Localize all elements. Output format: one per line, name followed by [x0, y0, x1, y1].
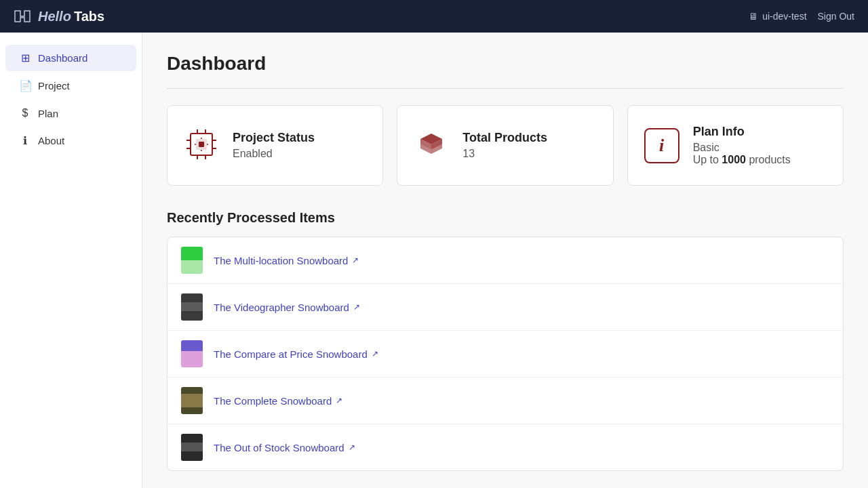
circuit-icon — [184, 127, 219, 162]
recently-processed-section: Recently Processed Items The Multi-locat… — [167, 210, 844, 471]
item-label-multiloc: The Multi-location Snowboard — [214, 255, 348, 266]
plan-limit-bold: 1000 — [722, 154, 746, 165]
dashboard-icon: ⊞ — [19, 52, 31, 64]
list-item[interactable]: The Out of Stock Snowboard ↗ — [167, 424, 843, 470]
logo-icon — [14, 9, 33, 23]
external-link-icon: ↗ — [352, 256, 359, 265]
info-box-icon: i — [644, 128, 679, 163]
title-divider — [167, 88, 844, 89]
user-icon: 🖥 — [749, 11, 758, 22]
circuit-icon-wrap — [184, 127, 219, 165]
plan-limit-prefix: Up to — [693, 154, 722, 165]
item-label-complete: The Complete Snowboard — [214, 395, 332, 407]
about-icon: ℹ — [19, 134, 31, 147]
external-link-icon: ↗ — [372, 349, 378, 359]
plan-info-card: i Plan Info Basic Up to 1000 products — [627, 105, 844, 186]
info-icon-wrap: i — [644, 128, 679, 163]
external-link-icon: ↗ — [336, 396, 342, 405]
stats-row: Project Status Enabled Total Produc — [167, 105, 844, 186]
item-link-video[interactable]: The Videographer Snowboard ↗ — [214, 302, 360, 313]
external-link-icon: ↗ — [349, 443, 355, 452]
items-list-wrap: The Multi-location Snowboard ↗ The Video… — [167, 237, 844, 471]
project-icon: 📄 — [19, 79, 31, 92]
total-products-text: Total Products 13 — [462, 131, 547, 160]
page-title: Dashboard — [167, 53, 844, 75]
sidebar: ⊞ Dashboard 📄 Project $ Plan ℹ About — [0, 33, 142, 488]
project-status-text: Project Status Enabled — [233, 131, 315, 160]
recently-processed-title: Recently Processed Items — [167, 210, 844, 226]
app-logo: HelloTabs — [14, 9, 104, 24]
item-thumb-complete — [181, 387, 203, 414]
item-thumb-outofstock — [181, 434, 203, 461]
sidebar-label-plan: Plan — [38, 108, 58, 119]
sidebar-item-project[interactable]: 📄 Project — [5, 73, 136, 99]
list-item[interactable]: The Compare at Price Snowboard ↗ — [167, 331, 843, 378]
plan-info-label: Plan Info — [693, 125, 791, 139]
sidebar-label-about: About — [38, 135, 64, 146]
item-label-compare: The Compare at Price Snowboard — [214, 348, 368, 360]
box-dropbox-icon — [414, 127, 449, 162]
project-status-value: Enabled — [233, 148, 315, 160]
topnav: HelloTabs 🖥 ui-dev-test Sign Out — [0, 0, 868, 33]
item-link-complete[interactable]: The Complete Snowboard ↗ — [214, 395, 342, 407]
sidebar-label-project: Project — [38, 80, 70, 92]
project-status-label: Project Status — [233, 131, 315, 145]
sidebar-item-about[interactable]: ℹ About — [5, 127, 136, 154]
item-label-video: The Videographer Snowboard — [214, 302, 349, 313]
list-item[interactable]: The Videographer Snowboard ↗ — [167, 284, 843, 331]
sidebar-item-plan[interactable]: $ Plan — [5, 100, 136, 126]
list-item[interactable]: The Complete Snowboard ↗ — [167, 378, 843, 424]
plan-icon: $ — [19, 107, 31, 119]
topnav-right: 🖥 ui-dev-test Sign Out — [749, 11, 854, 22]
topnav-user: 🖥 ui-dev-test — [749, 11, 806, 22]
main-layout: ⊞ Dashboard 📄 Project $ Plan ℹ About Das… — [0, 33, 868, 488]
item-label-outofstock: The Out of Stock Snowboard — [214, 442, 344, 453]
svg-rect-10 — [199, 142, 204, 147]
logo-tabs: Tabs — [74, 9, 104, 24]
logo-hello: Hello — [38, 9, 71, 24]
sidebar-label-dashboard: Dashboard — [38, 52, 87, 64]
total-products-value: 13 — [462, 148, 547, 160]
item-link-outofstock[interactable]: The Out of Stock Snowboard ↗ — [214, 442, 355, 453]
item-thumb-multiloc — [181, 247, 203, 274]
username-label: ui-dev-test — [762, 11, 806, 22]
plan-info-value-basic: Basic — [693, 142, 791, 154]
main-content: Dashboard — [142, 33, 868, 488]
item-link-multiloc[interactable]: The Multi-location Snowboard ↗ — [214, 255, 359, 266]
plan-info-value-limit: Up to 1000 products — [693, 154, 791, 166]
plan-info-text: Plan Info Basic Up to 1000 products — [693, 125, 791, 166]
total-products-card: Total Products 13 — [397, 105, 613, 186]
sidebar-item-dashboard[interactable]: ⊞ Dashboard — [5, 45, 136, 71]
signout-button[interactable]: Sign Out — [818, 11, 854, 22]
item-thumb-compare — [181, 340, 203, 367]
total-products-label: Total Products — [462, 131, 547, 145]
item-link-compare[interactable]: The Compare at Price Snowboard ↗ — [214, 348, 378, 360]
plan-limit-suffix: products — [746, 154, 791, 165]
external-link-icon: ↗ — [353, 302, 360, 312]
box-icon-wrap — [414, 127, 449, 165]
project-status-card: Project Status Enabled — [167, 105, 383, 186]
list-item[interactable]: The Multi-location Snowboard ↗ — [167, 237, 843, 284]
items-list: The Multi-location Snowboard ↗ The Video… — [167, 237, 844, 471]
item-thumb-video — [181, 293, 203, 321]
